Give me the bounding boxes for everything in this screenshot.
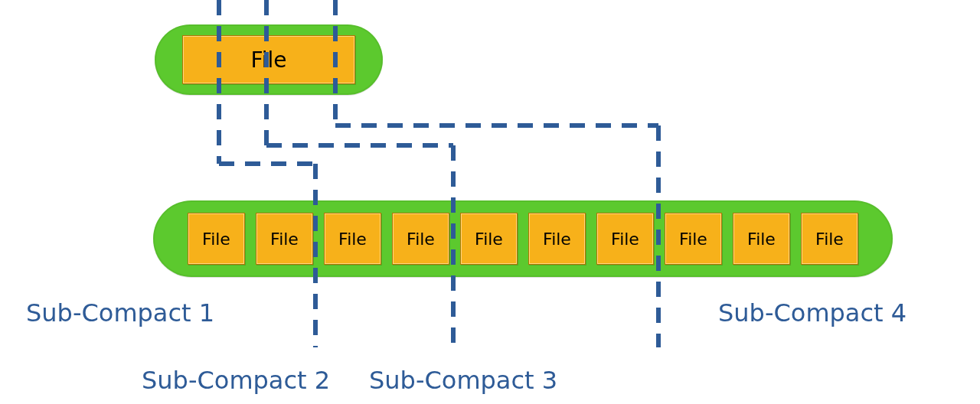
file-3: File (392, 213, 449, 265)
file-6: File (596, 213, 654, 265)
label-sub-compact-3: Sub-Compact 3 (369, 366, 557, 395)
file-2: File (324, 213, 381, 265)
file-8: File (733, 213, 790, 265)
file-0: File (188, 213, 245, 265)
file-5: File (528, 213, 586, 265)
file-7: File (665, 213, 722, 265)
top-level-container: File (155, 24, 383, 95)
file-9: File (801, 213, 858, 265)
bottom-level-container: File File File File File File File File … (153, 200, 893, 277)
file-1: File (256, 213, 313, 265)
bottom-file-row: File File File File File File File File … (153, 213, 893, 265)
file-4: File (460, 213, 518, 265)
sub-compaction-diagram: File File File File File File File File … (0, 0, 980, 404)
top-file: File (182, 35, 355, 84)
label-sub-compact-2: Sub-Compact 2 (142, 366, 330, 395)
label-sub-compact-4: Sub-Compact 4 (718, 298, 906, 327)
label-sub-compact-1: Sub-Compact 1 (26, 298, 214, 327)
